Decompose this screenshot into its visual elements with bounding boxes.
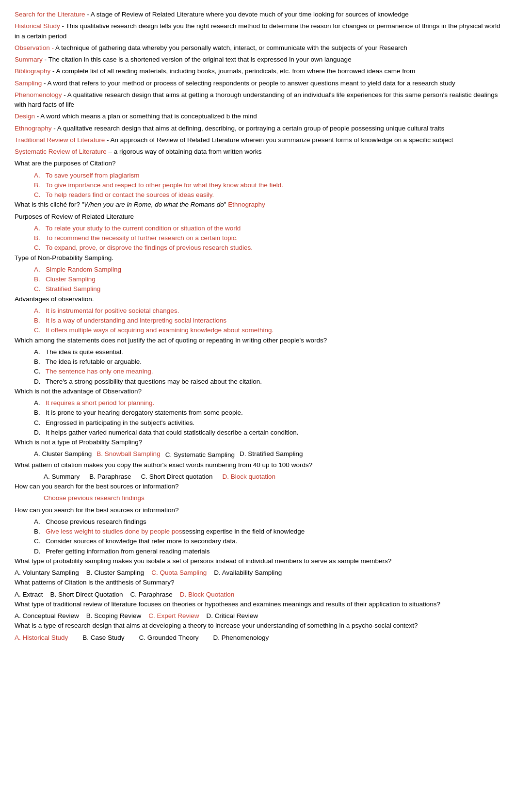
q9-a: A. Summary xyxy=(44,472,80,482)
term-observation: Observation - xyxy=(15,44,54,51)
q13-b: B. Short Direct Quotation xyxy=(50,590,123,600)
q7-d: D. It helps gather varied numerical data… xyxy=(15,428,500,438)
q6-question: Which among the statements does not just… xyxy=(15,336,500,345)
q14-d: D. Critical Review xyxy=(206,611,258,621)
def-observation-text: A technique of gathering data whereby yo… xyxy=(55,44,407,51)
q13-d: D. Block Quotation xyxy=(180,590,235,600)
q6-b: B. The idea is refutable or arguable. xyxy=(15,357,500,367)
term-design: Design xyxy=(15,113,35,120)
def-ethnography: Ethnography - A qualitative research des… xyxy=(15,124,500,133)
q1-question: What are the purposes of Citation? xyxy=(15,159,500,168)
def-phenomenology: Phenomenology - A qualitative research d… xyxy=(15,90,500,110)
q1-c: C. To help readers find or contact the s… xyxy=(15,190,500,200)
q14-question: What type of traditional review of liter… xyxy=(15,600,500,609)
q5-b: B. It is a way of understanding and inte… xyxy=(15,316,500,325)
q8-options: A. Cluster Sampling B. Snowball Sampling… xyxy=(15,449,500,460)
def-systematic: Systematic Review of Literature – a rigo… xyxy=(15,147,500,157)
q9-question: What pattern of citation makes you copy … xyxy=(15,460,500,470)
q14-options: A. Conceptual Review B. Scoping Review C… xyxy=(15,611,500,621)
q9-b: B. Paraphrase xyxy=(89,472,131,482)
term-systematic: Systematic Review of Literature xyxy=(15,148,107,155)
q1-a: A. To save yourself from plagiarism xyxy=(15,171,500,180)
q4-question: Type of Non-Probability Sampling. xyxy=(15,253,500,263)
q8-question: Which is not a type of Probability Sampl… xyxy=(15,438,500,447)
q5-a: A. It is instrumental for positive socie… xyxy=(15,306,500,316)
term-ethnography: Ethnography xyxy=(15,125,52,132)
q6-a: A. The idea is quite essential. xyxy=(15,347,500,357)
q6-c: C. The sentence has only one meaning. xyxy=(15,367,500,376)
q15-a: A. Historical Study xyxy=(15,633,68,643)
def-search-text: - A stage of Review of Related Literatur… xyxy=(87,11,408,18)
q7-a: A. It requires a short period for planni… xyxy=(15,398,500,408)
term-historical: Historical Study xyxy=(15,22,60,30)
q3-b: B. To recommend the necessity of further… xyxy=(15,233,500,243)
q15-options: A. Historical Study B. Case Study C. Gro… xyxy=(15,633,500,643)
term-bibliography: Bibliography xyxy=(15,67,50,75)
q9-c: C. Short Direct quotation xyxy=(141,472,213,482)
q13-question: What patterns of Citation is the antithe… xyxy=(15,578,500,587)
q14-a: A. Conceptual Review xyxy=(15,611,79,621)
q8-d: D. Stratified Sampling xyxy=(240,449,303,460)
q7-c: C. Engrossed in participating in the sub… xyxy=(15,418,500,428)
q4-b: B. Cluster Sampling xyxy=(15,275,500,284)
q1-b: B. To give importance and respect to oth… xyxy=(15,180,500,190)
def-design-text: - A word which means a plan or something… xyxy=(37,113,257,120)
q15-c: C. Grounded Theory xyxy=(139,633,199,643)
q13-c: C. Paraphrase xyxy=(130,590,173,600)
q7-question: Which is not the advantage of Observatio… xyxy=(15,387,500,396)
def-historical: Historical Study - This qualitative rese… xyxy=(15,21,500,41)
q9-d: D. Block quotation xyxy=(222,472,275,482)
q12-a: A. Voluntary Sampling xyxy=(15,568,79,578)
def-systematic-text: – a rigorous way of obtaining data from … xyxy=(109,148,262,155)
main-content: Search for the Literature - A stage of R… xyxy=(15,10,500,643)
q8-a: A. Cluster Sampling xyxy=(34,449,92,460)
q6-d: D. There's a strong possibility that que… xyxy=(15,377,500,387)
q13-a: A. Extract xyxy=(15,590,43,600)
q11-d: D. Prefer getting information from gener… xyxy=(15,547,500,556)
q11-c: C. Consider sources of knowledge that re… xyxy=(15,536,500,546)
def-summary-text: - The citation in this case is a shorten… xyxy=(45,56,352,63)
q12-b: B. Cluster Sampling xyxy=(86,568,144,578)
q11-question: How can you search for the best sources … xyxy=(15,505,500,515)
q3-a: A. To relate your study to the current c… xyxy=(15,224,500,233)
term-summary: Summary xyxy=(15,56,43,63)
def-phenomenology-text: - A qualitative research design that aim… xyxy=(15,91,498,108)
q14-b: B. Scoping Review xyxy=(86,611,141,621)
q11-a: A. Choose previous research findings xyxy=(15,517,500,527)
q2-question: What is this cliché for? "When you are i… xyxy=(15,200,500,210)
q5-c: C. It offers multiple ways of acquiring … xyxy=(15,325,500,335)
q12-question: What type of probability sampling makes … xyxy=(15,556,500,566)
def-traditional-text: - An approach of Review of Related Liter… xyxy=(107,136,453,144)
q3-question: Purposes of Review of Related Literature xyxy=(15,212,500,222)
q3-c: C. To expand, prove, or disprove the fin… xyxy=(15,243,500,253)
term-phenomenology: Phenomenology xyxy=(15,91,62,98)
q15-question: What is a type of research design that a… xyxy=(15,621,500,631)
q10-answer: Choose previous research findings xyxy=(15,493,500,503)
q10-question: How can you search for the best sources … xyxy=(15,482,500,491)
q11-b: B. Give less weight to studies done by p… xyxy=(15,527,500,536)
q7-b: B. It is prone to your hearing derogator… xyxy=(15,408,500,418)
q15-b: B. Case Study xyxy=(82,633,124,643)
term-sampling: Sampling xyxy=(15,80,42,87)
q12-c: C. Quota Sampling xyxy=(151,568,207,578)
term-search: Search for the Literature xyxy=(15,11,85,18)
def-summary: Summary - The citation in this case is a… xyxy=(15,55,500,65)
q15-d: D. Phenomenology xyxy=(213,633,269,643)
def-bibliography-text: - A complete list of all reading materia… xyxy=(52,67,415,75)
def-bibliography: Bibliography - A complete list of all re… xyxy=(15,66,500,76)
def-ethnography-text: - A qualitative research design that aim… xyxy=(53,125,444,132)
def-sampling-text: - A word that refers to your method or p… xyxy=(44,80,455,87)
term-traditional: Traditional Review of Literature xyxy=(15,136,105,144)
q14-c: C. Expert Review xyxy=(148,611,199,621)
q12-d: D. Availability Sampling xyxy=(214,568,282,578)
q4-c: C. Stratified Sampling xyxy=(15,284,500,294)
def-design: Design - A word which means a plan or so… xyxy=(15,112,500,121)
q9-options: A. Summary B. Paraphrase C. Short Direct… xyxy=(15,472,500,482)
q4-a: A. Simple Random Sampling xyxy=(15,265,500,275)
def-historical-text: - This qualitative research design tells… xyxy=(15,22,500,39)
q13-options: A. Extract B. Short Direct Quotation C. … xyxy=(15,590,500,600)
def-traditional: Traditional Review of Literature - An ap… xyxy=(15,135,500,145)
q5-question: Advantages of observation. xyxy=(15,294,500,304)
def-sampling: Sampling - A word that refers to your me… xyxy=(15,79,500,88)
def-observation: Observation - A technique of gathering d… xyxy=(15,43,500,53)
